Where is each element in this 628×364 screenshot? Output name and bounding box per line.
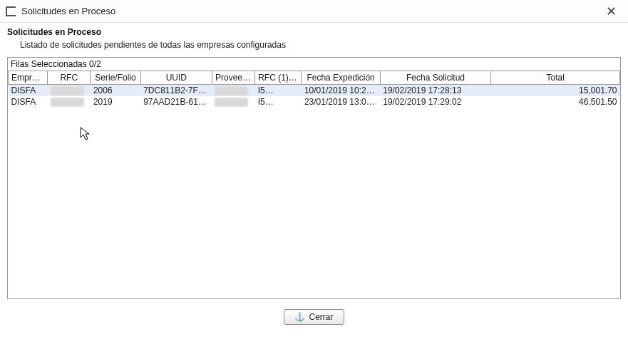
solicitudes-table: Empresa RFC Serie/Folio UUID Proveedor R… <box>8 71 620 108</box>
cell-fecha-solicitud: 19/02/2019 17:29:02 <box>380 96 491 108</box>
col-serie-folio[interactable]: Serie/Folio <box>91 71 140 85</box>
cell-rfc1: I5… <box>255 96 302 108</box>
col-fecha-expedicion[interactable]: Fecha Expedición <box>302 71 380 85</box>
anchor-icon: ⚓ <box>294 312 305 322</box>
footer-bar: ⚓ Cerrar <box>0 299 628 364</box>
col-proveedor[interactable]: Proveedor <box>212 71 254 85</box>
close-icon[interactable]: ✕ <box>599 3 622 20</box>
cell-proveedor: x <box>212 96 254 108</box>
redacted-cell: x <box>51 86 84 95</box>
cell-empresa: DISFA <box>9 85 48 97</box>
col-uuid[interactable]: UUID <box>140 71 212 85</box>
table-container: Filas Seleccionadas 0/2 Empresa RFC Seri… <box>7 57 621 299</box>
col-rfc1[interactable]: RFC (1) ▼ <box>255 71 302 85</box>
cell-proveedor: x <box>212 85 254 97</box>
cell-fecha-solicitud: 19/02/2019 17:28:13 <box>380 85 491 97</box>
redacted-cell: x <box>215 86 248 95</box>
cell-serie-folio: 2019 <box>91 96 140 108</box>
col-total[interactable]: Total <box>491 71 620 85</box>
cell-rfc: x <box>48 96 91 108</box>
table-row[interactable]: DISFA x 2019 97AAD21B-61… x I5… 23/01/20… <box>9 96 620 108</box>
cell-rfc1: I5… <box>255 85 302 97</box>
cell-fecha-expedicion: 10/01/2019 10:2… <box>302 85 380 97</box>
col-rfc[interactable]: RFC <box>48 71 91 85</box>
col-fecha-solicitud[interactable]: Fecha Solicitud <box>380 71 491 85</box>
header-row: Empresa RFC Serie/Folio UUID Proveedor R… <box>9 71 620 85</box>
cell-fecha-expedicion: 23/01/2019 13:0… <box>302 96 380 108</box>
redacted-cell: x <box>215 98 248 107</box>
cell-uuid: 97AAD21B-61… <box>140 96 212 108</box>
redacted-cell: x <box>51 98 84 107</box>
page-title: Solicitudes en Proceso <box>7 27 621 37</box>
cell-rfc: x <box>48 85 91 97</box>
app-icon <box>6 6 16 16</box>
titlebar[interactable]: Solicitudes en Proceso ✕ <box>0 0 628 23</box>
page-subtitle: Listado de solicitudes pendientes de tod… <box>0 38 628 57</box>
cell-serie-folio: 2006 <box>91 85 140 97</box>
cell-total: 46,501.50 <box>491 96 620 108</box>
content-header: Solicitudes en Proceso <box>0 23 628 38</box>
window-title: Solicitudes en Proceso <box>21 6 599 16</box>
col-empresa[interactable]: Empresa <box>9 71 48 85</box>
table-row[interactable]: DISFA x 2006 7DC811B2-7F8… x I5… 10/01/2… <box>9 85 620 97</box>
close-button-label: Cerrar <box>309 312 333 322</box>
col-rfc1-label: RFC (1) <box>258 73 297 83</box>
close-button[interactable]: ⚓ Cerrar <box>284 309 344 325</box>
window-frame: Solicitudes en Proceso ✕ Solicitudes en … <box>0 0 628 364</box>
cell-total: 15,001.70 <box>491 85 620 97</box>
selection-info: Filas Seleccionadas 0/2 <box>8 58 620 71</box>
cell-empresa: DISFA <box>9 96 48 108</box>
cell-uuid: 7DC811B2-7F8… <box>140 85 212 97</box>
